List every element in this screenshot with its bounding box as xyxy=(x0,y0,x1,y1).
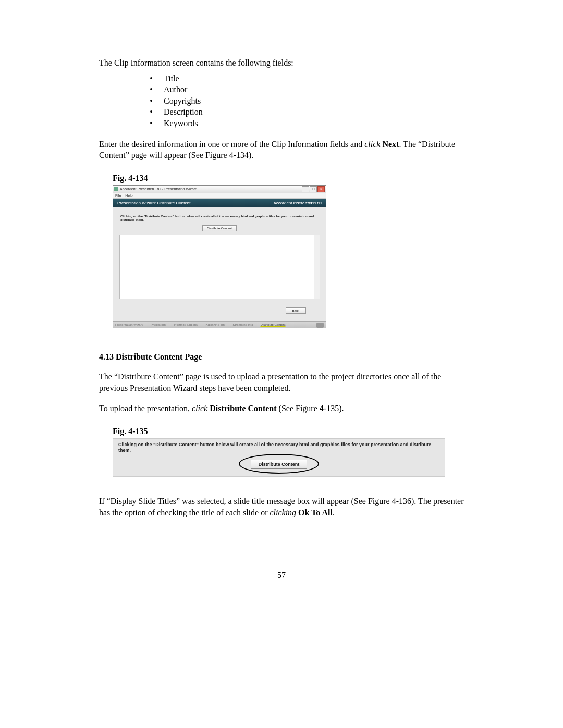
figure-135-caption: Fig. 4-135 xyxy=(113,427,464,436)
text: . xyxy=(333,508,335,517)
bullet-text: Copyrights xyxy=(164,95,201,107)
upload-instruction-paragraph: To upload the presentation, click Distri… xyxy=(99,403,464,414)
bullet-text: Keywords xyxy=(164,118,198,129)
ok-to-all-bold: Ok To All xyxy=(296,508,333,517)
enter-info-paragraph: Enter the desired information in one or … xyxy=(99,139,464,161)
status-item[interactable]: Interface Options xyxy=(174,323,198,326)
bullet-text: Author xyxy=(164,84,187,95)
app-icon xyxy=(114,187,118,191)
intro-paragraph: The Clip Information screen contains the… xyxy=(99,57,464,69)
page-number: 57 xyxy=(99,571,464,580)
distribute-content-button[interactable]: Distribute Content xyxy=(202,225,237,231)
window-title: Accordent PresenterPRO - Presentation Wi… xyxy=(120,187,197,191)
distribute-content-description: The “Distribute Content” page is used to… xyxy=(99,371,464,393)
status-item[interactable]: Streaming Info xyxy=(232,323,253,326)
maximize-button[interactable]: □ xyxy=(310,186,317,192)
text: (See Figure 4-135). xyxy=(277,404,344,413)
wizard-banner: Presentation Wizard: Distribute Content … xyxy=(113,199,326,207)
close-button[interactable]: × xyxy=(317,186,325,192)
minimize-button[interactable]: _ xyxy=(302,186,309,192)
next-bold: Next xyxy=(380,140,399,149)
slide-titles-paragraph: If “Display Slide Titles” was selected, … xyxy=(99,496,464,518)
text: Enter the desired information in one or … xyxy=(99,140,364,149)
back-button[interactable]: Back xyxy=(286,307,306,314)
status-item[interactable]: Publishing Info xyxy=(205,323,225,326)
bullet-text: Title xyxy=(164,73,179,84)
list-item: •Copyrights xyxy=(99,95,464,107)
list-item: •Description xyxy=(99,106,464,118)
menu-bar: File Help xyxy=(113,193,326,199)
menu-help[interactable]: Help xyxy=(125,194,132,198)
list-item: •Title xyxy=(99,73,464,84)
distribute-content-button[interactable]: Distribute Content xyxy=(251,460,308,469)
list-item: •Author xyxy=(99,84,464,95)
figure-134-caption: Fig. 4-134 xyxy=(113,174,464,183)
status-item[interactable]: Presentation Wizard xyxy=(115,323,143,326)
banner-title: Presentation Wizard: Distribute Content xyxy=(117,201,191,205)
section-heading-4-13: 4.13 Distribute Content Page xyxy=(99,352,464,362)
instruction-text: Clicking on the "Distribute Content" but… xyxy=(118,442,439,454)
clicking-italic: clicking xyxy=(270,508,296,517)
logo-icon xyxy=(316,323,324,328)
bullet-icon: • xyxy=(146,106,156,118)
menu-file[interactable]: File xyxy=(115,194,121,198)
output-textarea[interactable] xyxy=(119,235,320,299)
status-item-active[interactable]: Distribute Content xyxy=(261,323,286,326)
window-titlebar: Accordent PresenterPRO - Presentation Wi… xyxy=(113,186,326,193)
bullet-icon: • xyxy=(146,118,156,129)
figure-134-screenshot: Accordent PresenterPRO - Presentation Wi… xyxy=(113,185,326,328)
figure-135-screenshot: Clicking on the "Distribute Content" but… xyxy=(113,438,445,477)
bullet-text: Description xyxy=(164,106,203,118)
document-page: The Clip Information screen contains the… xyxy=(99,57,464,580)
status-item[interactable]: Project Info xyxy=(151,323,166,326)
wizard-main-area: Clicking on the "Distribute Content" but… xyxy=(113,207,326,321)
click-italic: click xyxy=(364,140,380,149)
list-item: •Keywords xyxy=(99,118,464,129)
distribute-content-bold: Distribute Content xyxy=(207,404,276,413)
text: To upload the presentation, xyxy=(99,404,192,413)
instruction-text: Clicking on the "Distribute Content" but… xyxy=(120,215,319,222)
bullet-icon: • xyxy=(146,84,156,95)
bullet-icon: • xyxy=(146,95,156,107)
status-bar: Presentation Wizard Project Info Interfa… xyxy=(113,321,326,328)
brand-label: Accordent PresenterPRO xyxy=(274,201,322,205)
click-italic: click xyxy=(192,404,207,413)
clip-info-bullet-list: •Title •Author •Copyrights •Description … xyxy=(99,73,464,129)
bullet-icon: • xyxy=(146,73,156,84)
